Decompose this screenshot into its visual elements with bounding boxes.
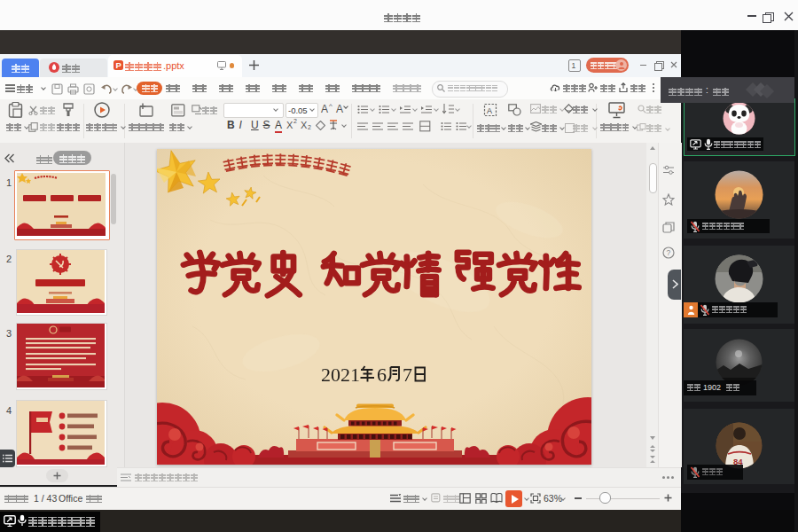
svg-text:7: 7	[403, 364, 412, 386]
svg-text:2021: 2021	[321, 364, 360, 386]
svg-text:?: ?	[667, 248, 671, 257]
svg-text:A: A	[487, 106, 492, 115]
svg-text:6: 6	[377, 364, 387, 386]
